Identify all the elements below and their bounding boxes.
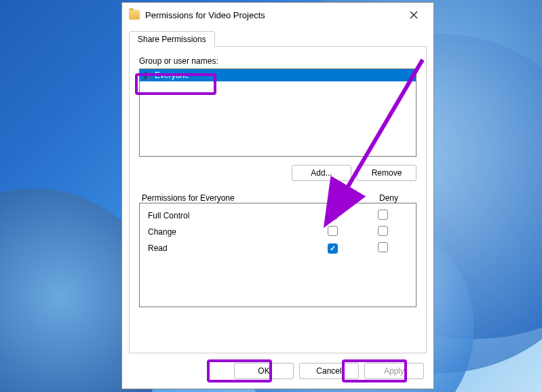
tab-share-permissions[interactable]: Share Permissions bbox=[129, 31, 215, 47]
dialog-button-row: OK Cancel Apply bbox=[122, 353, 433, 389]
user-item-label: Everyone bbox=[155, 71, 189, 80]
add-button[interactable]: Add... bbox=[292, 165, 351, 181]
ok-button[interactable]: OK bbox=[234, 363, 294, 379]
group-user-names-label: Group or user names: bbox=[139, 56, 417, 66]
deny-checkbox-read[interactable] bbox=[378, 242, 388, 252]
allow-checkbox-read[interactable]: ✓ bbox=[328, 243, 338, 254]
allow-checkbox-change[interactable] bbox=[328, 226, 338, 236]
permission-row-full-control: Full Control bbox=[142, 208, 413, 224]
close-icon bbox=[410, 11, 418, 19]
remove-button[interactable]: Remove bbox=[357, 165, 417, 181]
close-button[interactable] bbox=[398, 4, 429, 26]
apply-button[interactable]: Apply bbox=[364, 363, 424, 379]
permissions-header: Permissions for Everyone Allow Deny bbox=[139, 193, 417, 203]
permission-row-read: Read ✓ bbox=[142, 240, 413, 256]
titlebar: Permissions for Video Projects bbox=[122, 3, 433, 27]
permissions-dialog: Permissions for Video Projects Share Per… bbox=[121, 2, 434, 389]
cancel-button[interactable]: Cancel bbox=[299, 363, 359, 379]
deny-column-header: Deny bbox=[364, 193, 414, 203]
permission-label: Read bbox=[148, 243, 307, 253]
tab-strip: Share Permissions bbox=[129, 31, 427, 47]
permissions-for-label: Permissions for Everyone bbox=[142, 193, 313, 203]
deny-checkbox-full-control[interactable] bbox=[378, 210, 388, 220]
user-listbox[interactable]: Everyone bbox=[139, 68, 417, 157]
svg-point-3 bbox=[148, 72, 151, 75]
dialog-title: Permissions for Video Projects bbox=[145, 10, 398, 20]
users-icon bbox=[142, 71, 153, 80]
deny-checkbox-change[interactable] bbox=[378, 226, 388, 236]
permission-row-change: Change bbox=[142, 224, 413, 240]
allow-column-header: Allow bbox=[313, 193, 364, 203]
user-item-everyone[interactable]: Everyone bbox=[140, 69, 416, 81]
svg-point-2 bbox=[144, 72, 147, 75]
allow-checkbox-full-control[interactable] bbox=[328, 210, 338, 220]
permission-label: Full Control bbox=[148, 211, 307, 220]
tab-content: Group or user names: Everyone Add... Rem… bbox=[129, 46, 427, 353]
permission-label: Change bbox=[148, 227, 307, 237]
folder-icon bbox=[129, 10, 140, 20]
permissions-listbox: Full Control Change Read ✓ bbox=[139, 203, 417, 307]
